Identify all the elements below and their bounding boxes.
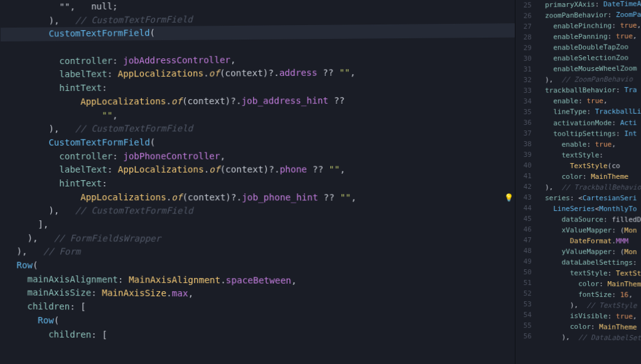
line-number-gutter: 252627282930313233343536373839404142💡434…: [515, 0, 537, 364]
code-token: :: [91, 288, 102, 298]
code-token: // CustomTextFormField: [59, 205, 193, 215]
line-number: 34: [515, 96, 532, 107]
code-token: true: [586, 97, 603, 105]
code-token: ): [48, 205, 53, 215]
code-token: ??: [328, 95, 345, 105]
line-number: 49: [515, 256, 532, 267]
code-token: tooltipSettings: [553, 129, 616, 137]
code-token: MainAxisAlignment: [129, 274, 220, 285]
code-token: Mon: [624, 227, 637, 235]
code-token: :: [616, 86, 624, 94]
line-number: 41: [515, 171, 532, 181]
code-token: ,: [633, 313, 637, 321]
editor-pane-right[interactable]: 252627282930313233343536373839404142💡434…: [515, 0, 641, 364]
code-token: (: [54, 315, 60, 325]
code-token: :: [616, 129, 624, 137]
code-token: dataLabelSettings: [562, 259, 633, 267]
line-number: 25: [515, 0, 532, 11]
line-number: 35: [515, 107, 532, 117]
code-token: controller: [59, 151, 112, 161]
code-token: null: [75, 1, 112, 11]
code-token: ),: [562, 333, 570, 341]
line-number: 44: [515, 203, 532, 213]
code-token: "": [60, 2, 70, 12]
code-token: true: [620, 21, 637, 29]
code-token: :: [107, 164, 118, 174]
line-number: 54: [515, 309, 532, 320]
code-token: (context)?.: [220, 164, 279, 174]
editor-pane-left[interactable]: "", null; ), // CustomTextFormField Cust…: [0, 0, 531, 364]
code-token: of: [209, 164, 220, 174]
code-token: ,: [351, 192, 357, 202]
code-token: address: [279, 68, 318, 78]
code-token: fontSize: [578, 291, 611, 299]
code-token: :: [608, 313, 616, 321]
code-token: color: [578, 280, 599, 288]
line-number: 33: [515, 85, 532, 96]
code-token: :: [102, 83, 107, 93]
code-token: ,: [33, 233, 38, 243]
code-area-left[interactable]: "", null; ), // CustomTextFormField Cust…: [0, 0, 531, 364]
code-token: activationMode: [553, 119, 611, 127]
code-token: of: [171, 192, 182, 202]
lightbulb-icon[interactable]: 💡: [504, 192, 514, 204]
line-number: 37: [515, 128, 532, 139]
code-token: enable: [553, 97, 578, 105]
code-token: children: [27, 301, 70, 312]
code-token: ZoomPa: [616, 11, 641, 19]
code-token: MainThem: [608, 280, 641, 288]
code-token: :: [633, 259, 637, 267]
line-number: 45: [515, 213, 532, 224]
line-number: 52: [515, 288, 532, 299]
code-token: TextSt: [616, 269, 641, 277]
code-token: (co: [608, 161, 620, 169]
code-area-right[interactable]: primaryXAxis: DateTimeAxis zoomPanBehavi…: [537, 0, 641, 364]
line-number: 30: [515, 53, 532, 64]
code-token: Int: [624, 129, 637, 137]
code-token: "": [102, 110, 112, 120]
code-token: Acti: [620, 119, 637, 127]
code-token: .: [611, 237, 616, 245]
line-number: 51: [515, 277, 532, 288]
code-token: enable: [562, 140, 587, 148]
code-token: : (: [611, 226, 624, 234]
code-token: series: [545, 194, 570, 202]
code-token: // TextStyle: [578, 301, 637, 310]
code-token: ,: [603, 97, 608, 105]
code-token: ,: [628, 291, 633, 299]
code-token: DateFormat: [570, 237, 612, 245]
code-token: hintText: [59, 178, 102, 188]
code-token: ,: [230, 55, 236, 65]
code-token: labelText: [59, 164, 107, 174]
code-token: 16: [620, 291, 628, 299]
code-token: ,: [112, 110, 118, 120]
code-token: labelText: [60, 69, 107, 79]
code-token: MainAxisSize: [102, 288, 166, 299]
code-token: MMM: [616, 237, 628, 245]
code-token: max: [172, 288, 188, 298]
code-token: isVisible: [570, 312, 608, 321]
line-number: 28: [515, 32, 532, 43]
line-number: 39: [515, 149, 532, 160]
code-token: // CustomTextFormField: [60, 14, 193, 25]
code-token: ??: [318, 192, 340, 202]
code-token: textStyle: [570, 269, 608, 277]
code-token: TextStyle: [570, 161, 608, 169]
code-token: ,: [350, 68, 356, 78]
code-token: :: [603, 215, 611, 223]
line-number: 48: [515, 245, 532, 256]
code-token: primaryXAxis: [545, 0, 595, 9]
code-token: : (: [611, 248, 624, 256]
code-token: :: [112, 55, 123, 65]
code-token: filledD: [611, 215, 641, 223]
code-token: :: [599, 151, 603, 159]
code-token: (: [150, 28, 156, 38]
code-token: :: [118, 274, 129, 284]
code-token: :: [586, 140, 595, 148]
line-number: 56: [515, 331, 532, 341]
code-token: // FormFieldsWrapper: [38, 233, 161, 244]
code-token: :: [595, 0, 603, 8]
code-token: controller: [60, 55, 113, 66]
highlighted-line: CustomTextFormField(: [1, 23, 527, 41]
code-token: ,: [611, 140, 616, 148]
